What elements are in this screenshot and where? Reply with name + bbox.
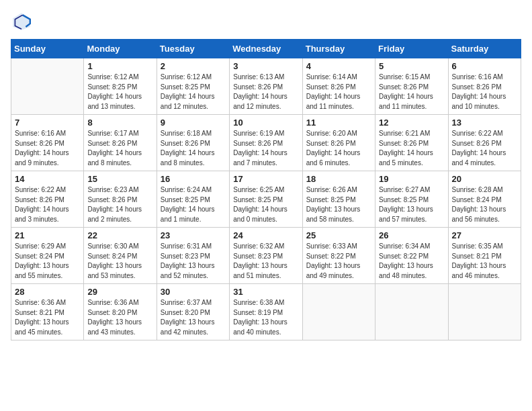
calendar-cell: 30Sunrise: 6:37 AMSunset: 8:20 PMDayligh… bbox=[157, 284, 229, 340]
day-info: Sunrise: 6:15 AMSunset: 8:26 PMDaylight:… bbox=[379, 73, 444, 111]
day-info: Sunrise: 6:35 AMSunset: 8:21 PMDaylight:… bbox=[452, 242, 517, 281]
calendar-cell: 5Sunrise: 6:15 AMSunset: 8:26 PMDaylight… bbox=[375, 58, 448, 115]
day-header-sunday: Sunday bbox=[11, 40, 84, 58]
day-number: 5 bbox=[379, 61, 444, 71]
calendar-cell bbox=[375, 284, 448, 340]
day-number: 20 bbox=[452, 174, 517, 184]
day-number: 1 bbox=[87, 61, 152, 71]
calendar-body: 1Sunrise: 6:12 AMSunset: 8:25 PMDaylight… bbox=[11, 58, 521, 340]
day-number: 21 bbox=[15, 230, 80, 240]
day-header-tuesday: Tuesday bbox=[157, 40, 229, 58]
day-number: 15 bbox=[87, 174, 152, 184]
calendar-cell: 11Sunrise: 6:20 AMSunset: 8:26 PMDayligh… bbox=[302, 115, 375, 171]
day-info: Sunrise: 6:14 AMSunset: 8:26 PMDaylight:… bbox=[306, 73, 371, 111]
day-info: Sunrise: 6:12 AMSunset: 8:25 PMDaylight:… bbox=[87, 73, 152, 111]
day-header-thursday: Thursday bbox=[302, 40, 375, 58]
week-row-1: 1Sunrise: 6:12 AMSunset: 8:25 PMDaylight… bbox=[11, 58, 521, 115]
day-number: 12 bbox=[379, 118, 444, 128]
day-number: 28 bbox=[15, 287, 80, 297]
day-number: 6 bbox=[452, 61, 517, 71]
day-info: Sunrise: 6:19 AMSunset: 8:26 PMDaylight:… bbox=[233, 129, 298, 168]
day-info: Sunrise: 6:18 AMSunset: 8:26 PMDaylight:… bbox=[161, 129, 226, 168]
day-number: 3 bbox=[233, 61, 298, 71]
day-info: Sunrise: 6:13 AMSunset: 8:26 PMDaylight:… bbox=[233, 73, 298, 111]
calendar-cell: 6Sunrise: 6:16 AMSunset: 8:26 PMDaylight… bbox=[448, 58, 521, 115]
day-number: 4 bbox=[306, 61, 371, 71]
day-number: 26 bbox=[379, 230, 444, 240]
day-info: Sunrise: 6:36 AMSunset: 8:20 PMDaylight:… bbox=[87, 298, 152, 337]
calendar-table: SundayMondayTuesdayWednesdayThursdayFrid… bbox=[11, 39, 521, 340]
calendar-cell: 2Sunrise: 6:12 AMSunset: 8:25 PMDaylight… bbox=[157, 58, 229, 115]
day-info: Sunrise: 6:16 AMSunset: 8:26 PMDaylight:… bbox=[452, 73, 517, 111]
day-number: 27 bbox=[452, 230, 517, 240]
calendar-cell: 8Sunrise: 6:17 AMSunset: 8:26 PMDaylight… bbox=[84, 115, 157, 171]
calendar-cell: 13Sunrise: 6:22 AMSunset: 8:26 PMDayligh… bbox=[448, 115, 521, 171]
header bbox=[11, 11, 521, 32]
calendar-cell: 17Sunrise: 6:25 AMSunset: 8:25 PMDayligh… bbox=[230, 171, 302, 228]
calendar-cell: 26Sunrise: 6:34 AMSunset: 8:22 PMDayligh… bbox=[375, 228, 448, 284]
day-number: 13 bbox=[452, 118, 517, 128]
days-of-week-row: SundayMondayTuesdayWednesdayThursdayFrid… bbox=[11, 40, 521, 58]
day-header-friday: Friday bbox=[375, 40, 448, 58]
day-number: 22 bbox=[87, 230, 152, 240]
day-info: Sunrise: 6:28 AMSunset: 8:24 PMDaylight:… bbox=[452, 185, 517, 224]
calendar-cell: 3Sunrise: 6:13 AMSunset: 8:26 PMDaylight… bbox=[230, 58, 302, 115]
week-row-2: 7Sunrise: 6:16 AMSunset: 8:26 PMDaylight… bbox=[11, 115, 521, 171]
day-info: Sunrise: 6:31 AMSunset: 8:23 PMDaylight:… bbox=[161, 242, 226, 281]
day-number: 11 bbox=[306, 118, 371, 128]
day-number: 25 bbox=[306, 230, 371, 240]
day-info: Sunrise: 6:17 AMSunset: 8:26 PMDaylight:… bbox=[87, 129, 152, 168]
day-info: Sunrise: 6:37 AMSunset: 8:20 PMDaylight:… bbox=[161, 298, 226, 337]
calendar-cell bbox=[11, 58, 84, 115]
day-info: Sunrise: 6:23 AMSunset: 8:26 PMDaylight:… bbox=[87, 185, 152, 224]
calendar-cell: 27Sunrise: 6:35 AMSunset: 8:21 PMDayligh… bbox=[448, 228, 521, 284]
day-number: 8 bbox=[87, 118, 152, 128]
calendar-cell: 10Sunrise: 6:19 AMSunset: 8:26 PMDayligh… bbox=[230, 115, 302, 171]
day-info: Sunrise: 6:24 AMSunset: 8:25 PMDaylight:… bbox=[161, 185, 226, 224]
calendar-header: SundayMondayTuesdayWednesdayThursdayFrid… bbox=[11, 40, 521, 58]
day-number: 23 bbox=[161, 230, 226, 240]
day-number: 24 bbox=[233, 230, 298, 240]
calendar-cell: 16Sunrise: 6:24 AMSunset: 8:25 PMDayligh… bbox=[157, 171, 229, 228]
day-number: 17 bbox=[233, 174, 298, 184]
day-header-monday: Monday bbox=[84, 40, 157, 58]
calendar-cell bbox=[302, 284, 375, 340]
logo-icon bbox=[11, 11, 32, 32]
day-info: Sunrise: 6:25 AMSunset: 8:25 PMDaylight:… bbox=[233, 185, 298, 224]
calendar-cell: 25Sunrise: 6:33 AMSunset: 8:22 PMDayligh… bbox=[302, 228, 375, 284]
calendar-cell: 21Sunrise: 6:29 AMSunset: 8:24 PMDayligh… bbox=[11, 228, 84, 284]
day-number: 19 bbox=[379, 174, 444, 184]
calendar-cell: 24Sunrise: 6:32 AMSunset: 8:23 PMDayligh… bbox=[230, 228, 302, 284]
week-row-3: 14Sunrise: 6:22 AMSunset: 8:26 PMDayligh… bbox=[11, 171, 521, 228]
day-info: Sunrise: 6:22 AMSunset: 8:26 PMDaylight:… bbox=[15, 185, 80, 224]
calendar-cell: 19Sunrise: 6:27 AMSunset: 8:25 PMDayligh… bbox=[375, 171, 448, 228]
day-info: Sunrise: 6:36 AMSunset: 8:21 PMDaylight:… bbox=[15, 298, 80, 337]
calendar-cell: 1Sunrise: 6:12 AMSunset: 8:25 PMDaylight… bbox=[84, 58, 157, 115]
day-info: Sunrise: 6:12 AMSunset: 8:25 PMDaylight:… bbox=[161, 73, 226, 111]
day-number: 7 bbox=[15, 118, 80, 128]
day-header-saturday: Saturday bbox=[448, 40, 521, 58]
calendar-cell: 12Sunrise: 6:21 AMSunset: 8:26 PMDayligh… bbox=[375, 115, 448, 171]
calendar-cell: 14Sunrise: 6:22 AMSunset: 8:26 PMDayligh… bbox=[11, 171, 84, 228]
day-header-wednesday: Wednesday bbox=[230, 40, 302, 58]
day-info: Sunrise: 6:33 AMSunset: 8:22 PMDaylight:… bbox=[306, 242, 371, 281]
day-number: 9 bbox=[161, 118, 226, 128]
day-number: 2 bbox=[161, 61, 226, 71]
day-number: 18 bbox=[306, 174, 371, 184]
logo bbox=[11, 11, 35, 32]
calendar-cell: 18Sunrise: 6:26 AMSunset: 8:25 PMDayligh… bbox=[302, 171, 375, 228]
calendar-cell: 29Sunrise: 6:36 AMSunset: 8:20 PMDayligh… bbox=[84, 284, 157, 340]
calendar-cell: 15Sunrise: 6:23 AMSunset: 8:26 PMDayligh… bbox=[84, 171, 157, 228]
day-number: 30 bbox=[161, 287, 226, 297]
day-number: 29 bbox=[87, 287, 152, 297]
day-info: Sunrise: 6:20 AMSunset: 8:26 PMDaylight:… bbox=[306, 129, 371, 168]
day-number: 10 bbox=[233, 118, 298, 128]
day-number: 16 bbox=[161, 174, 226, 184]
calendar-cell: 28Sunrise: 6:36 AMSunset: 8:21 PMDayligh… bbox=[11, 284, 84, 340]
week-row-4: 21Sunrise: 6:29 AMSunset: 8:24 PMDayligh… bbox=[11, 228, 521, 284]
calendar-cell: 23Sunrise: 6:31 AMSunset: 8:23 PMDayligh… bbox=[157, 228, 229, 284]
day-number: 14 bbox=[15, 174, 80, 184]
day-info: Sunrise: 6:29 AMSunset: 8:24 PMDaylight:… bbox=[15, 242, 80, 281]
calendar-cell: 22Sunrise: 6:30 AMSunset: 8:24 PMDayligh… bbox=[84, 228, 157, 284]
calendar-cell: 9Sunrise: 6:18 AMSunset: 8:26 PMDaylight… bbox=[157, 115, 229, 171]
